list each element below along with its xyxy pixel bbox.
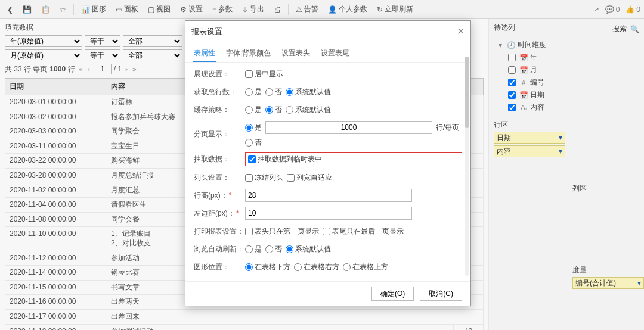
chartpos-radio-1[interactable]: 在表格右方 — [294, 262, 339, 272]
paging-yes[interactable]: 是 — [245, 123, 262, 133]
paging-no[interactable]: 否 — [245, 138, 262, 148]
total-radio-2[interactable]: 系统默认值 — [286, 87, 331, 97]
cancel-button[interactable]: 取消(C) — [420, 287, 462, 301]
tab-footer[interactable]: 设置表尾 — [320, 46, 351, 62]
tab-font-bg[interactable]: 字体|背景颜色 — [225, 46, 272, 62]
center-display-check[interactable]: 居中显示 — [245, 69, 283, 79]
modal-title: 报表设置 — [191, 26, 222, 37]
row-height-input[interactable] — [245, 189, 412, 202]
tab-header[interactable]: 设置表头 — [280, 46, 311, 62]
chartpos-radio-0[interactable]: 在表格下方 — [245, 262, 290, 272]
left-margin-input[interactable] — [245, 207, 412, 220]
chartpos-radio-2[interactable]: 在表格上方 — [343, 262, 388, 272]
tab-properties[interactable]: 表属性 — [193, 46, 216, 62]
refresh-radio-1[interactable]: 否 — [265, 244, 282, 254]
auto-width-check[interactable]: 列宽自适应 — [287, 173, 332, 183]
extract-to-temp-check[interactable]: 抽取数据到临时表中 — [248, 154, 322, 164]
freeze-header-check[interactable]: 冻结列头 — [245, 173, 283, 183]
print-header-first-check[interactable]: 表头只在第一页显示 — [245, 226, 319, 236]
cache-radio-1[interactable]: 否 — [265, 105, 282, 115]
print-footer-last-check[interactable]: 表尾只在最后一页显示 — [323, 226, 404, 236]
total-radio-1[interactable]: 否 — [265, 87, 282, 97]
cache-radio-0[interactable]: 是 — [245, 105, 262, 115]
ok-button[interactable]: 确定(O) — [371, 287, 414, 301]
modal-tabs: 表属性 字体|背景颜色 设置表头 设置表尾 — [185, 42, 470, 63]
refresh-radio-2[interactable]: 系统默认值 — [286, 244, 331, 254]
modal-close-icon[interactable]: ✕ — [457, 26, 465, 37]
refresh-radio-0[interactable]: 是 — [245, 244, 262, 254]
report-settings-modal: 报表设置 ✕ 表属性 字体|背景颜色 设置表头 设置表尾 展现设置： 居中显示 … — [185, 20, 471, 306]
cache-radio-2[interactable]: 系统默认值 — [286, 105, 331, 115]
modal-scrollbar[interactable] — [465, 57, 469, 276]
paging-size-input[interactable] — [265, 121, 432, 134]
total-radio-0[interactable]: 是 — [245, 87, 262, 97]
